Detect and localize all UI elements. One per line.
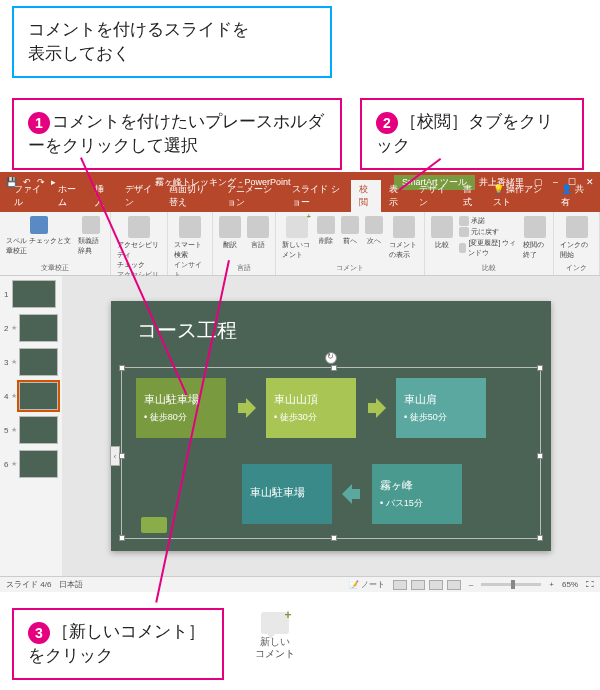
flow-row-bottom: 車山駐車場 霧ヶ峰 バス15分 bbox=[242, 464, 462, 524]
tab-design[interactable]: デザイン bbox=[117, 180, 161, 212]
reviewing-pane-button[interactable]: [変更履歴] ウィンドウ bbox=[459, 238, 516, 258]
thesaurus-icon bbox=[82, 216, 100, 234]
smart-lookup-icon bbox=[179, 216, 201, 238]
compare-button[interactable]: 比較 bbox=[431, 216, 453, 250]
resize-handle[interactable] bbox=[119, 535, 125, 541]
zoom-percent[interactable]: 65% bbox=[562, 580, 578, 589]
prev-comment-button[interactable]: 前へ bbox=[341, 216, 359, 246]
thumb-1[interactable]: 1 bbox=[4, 280, 58, 308]
resize-handle[interactable] bbox=[537, 453, 543, 459]
spelling-icon bbox=[30, 216, 48, 234]
spelling-button[interactable]: スペル チェックと文章校正 bbox=[6, 216, 72, 256]
callout-step-2: 2［校閲］タブをクリック bbox=[360, 98, 584, 170]
zoom-out-icon[interactable]: – bbox=[469, 580, 473, 589]
tab-smartart-design[interactable]: デザイン bbox=[411, 180, 455, 212]
tab-animations[interactable]: アニメーション bbox=[219, 180, 284, 212]
group-label-language: 言語 bbox=[237, 263, 251, 273]
flow-box-3[interactable]: 車山肩 徒歩50分 bbox=[396, 378, 486, 438]
flow-box-5[interactable]: 霧ヶ峰 バス15分 bbox=[372, 464, 462, 524]
compare-icon bbox=[431, 216, 453, 238]
tab-home[interactable]: ホーム bbox=[50, 180, 87, 212]
delete-comment-icon bbox=[317, 216, 335, 234]
resize-handle[interactable] bbox=[331, 535, 337, 541]
thumb-3[interactable]: 3★ bbox=[4, 348, 58, 376]
flow-box-4[interactable]: 車山駐車場 bbox=[242, 464, 332, 524]
flow-box-2-title: 車山山頂 bbox=[274, 392, 348, 407]
start-inking-button[interactable]: インクの開始 bbox=[560, 216, 593, 260]
ribbon-tabs: ファイル ホーム 挿入 デザイン 画面切り替え アニメーション スライド ショー… bbox=[0, 192, 600, 212]
thumb-img-1 bbox=[12, 280, 56, 308]
next-comment-icon bbox=[365, 216, 383, 234]
flow-box-1-sub: 徒歩80分 bbox=[144, 411, 218, 424]
group-label-compare: 比較 bbox=[482, 263, 496, 273]
zoom-slider[interactable] bbox=[481, 583, 541, 586]
language-icon bbox=[247, 216, 269, 238]
notes-toggle[interactable]: 📝 ノート bbox=[349, 579, 385, 590]
sorter-view-icon[interactable] bbox=[411, 580, 425, 590]
resize-handle[interactable] bbox=[119, 453, 125, 459]
end-review-button[interactable]: 校閲の終了 bbox=[523, 216, 548, 260]
flow-box-1-title: 車山駐車場 bbox=[144, 392, 218, 407]
delete-comment-button[interactable]: 削除 bbox=[317, 216, 335, 246]
resize-handle[interactable] bbox=[537, 365, 543, 371]
workspace: 1 2★ 3★ 4★ 5★ 6★ コース工程 ‹ bbox=[0, 276, 600, 576]
resize-handle[interactable] bbox=[119, 365, 125, 371]
next-comment-button[interactable]: 次へ bbox=[365, 216, 383, 246]
callout-step-1-text: コメントを付けたいプレースホルダーをクリックして選択 bbox=[28, 112, 324, 155]
ink-icon bbox=[566, 216, 588, 238]
accessibility-button[interactable]: アクセシビリティ チェック bbox=[117, 216, 160, 270]
flow-box-2[interactable]: 車山山頂 徒歩30分 bbox=[266, 378, 356, 438]
new-comment-icon-large: + 新しい コメント bbox=[250, 612, 300, 660]
translate-button[interactable]: 翻訳 bbox=[219, 216, 241, 250]
ribbon-group-proofing: スペル チェックと文章校正 類義語辞典 文章校正 bbox=[0, 212, 111, 275]
language-button[interactable]: 言語 bbox=[247, 216, 269, 250]
slideshow-view-icon[interactable] bbox=[447, 580, 461, 590]
comment-marker-icon[interactable] bbox=[141, 517, 167, 533]
reject-button[interactable]: 元に戻す bbox=[459, 227, 516, 237]
tab-review[interactable]: 校閲 bbox=[351, 180, 381, 212]
language-status[interactable]: 日本語 bbox=[59, 579, 83, 590]
callout-step-2-text: ［校閲］タブをクリック bbox=[376, 112, 553, 155]
callout-step-3-text: ［新しいコメント］をクリック bbox=[28, 622, 205, 665]
comment-bubble-icon: + bbox=[261, 612, 289, 634]
thumb-6[interactable]: 6★ bbox=[4, 450, 58, 478]
resize-handle[interactable] bbox=[331, 365, 337, 371]
rotate-handle-icon[interactable] bbox=[325, 352, 337, 364]
callout-step-3: 3［新しいコメント］をクリック bbox=[12, 608, 224, 680]
thumb-img-4 bbox=[19, 382, 58, 410]
view-buttons bbox=[393, 580, 461, 590]
slide-editor[interactable]: コース工程 ‹ 車山駐車場 bbox=[62, 276, 600, 576]
ribbon-group-comments: +新しいコメント 削除 前へ 次へ コメントの表示 コメント bbox=[276, 212, 425, 275]
ribbon: スペル チェックと文章校正 類義語辞典 文章校正 アクセシビリティ チェック ア… bbox=[0, 212, 600, 276]
thumb-4[interactable]: 4★ bbox=[4, 382, 58, 410]
arrow-right-icon bbox=[236, 398, 256, 418]
thumb-img-2 bbox=[19, 314, 58, 342]
fit-to-window-icon[interactable]: ⛶ bbox=[586, 580, 594, 589]
tab-file[interactable]: ファイル bbox=[6, 180, 50, 212]
tab-transitions[interactable]: 画面切り替え bbox=[161, 180, 219, 212]
resize-handle[interactable] bbox=[537, 535, 543, 541]
share-button[interactable]: 👤 共有 bbox=[553, 180, 594, 212]
tab-slideshow[interactable]: スライド ショー bbox=[284, 180, 351, 212]
new-comment-button[interactable]: +新しいコメント bbox=[282, 216, 311, 260]
slide-canvas[interactable]: コース工程 ‹ 車山駐車場 bbox=[111, 301, 551, 551]
accept-button[interactable]: 承諾 bbox=[459, 216, 516, 226]
tab-tell-me[interactable]: 💡 操作アシスト bbox=[485, 180, 554, 212]
thumb-img-6 bbox=[19, 450, 58, 478]
reading-view-icon[interactable] bbox=[429, 580, 443, 590]
flow-box-5-title: 霧ヶ峰 bbox=[380, 478, 454, 493]
new-comment-icon-label: 新しい コメント bbox=[250, 636, 300, 660]
thumb-2[interactable]: 2★ bbox=[4, 314, 58, 342]
thumb-5[interactable]: 5★ bbox=[4, 416, 58, 444]
show-comments-button[interactable]: コメントの表示 bbox=[389, 216, 418, 260]
slide-thumbnails-pane[interactable]: 1 2★ 3★ 4★ 5★ 6★ bbox=[0, 276, 62, 576]
tab-smartart-format[interactable]: 書式 bbox=[455, 180, 485, 212]
flow-box-4-title: 車山駐車場 bbox=[250, 485, 324, 500]
step-number-2: 2 bbox=[376, 112, 398, 134]
smart-lookup-button[interactable]: スマート検索 bbox=[174, 216, 207, 260]
powerpoint-window: 💾 ↶ ↷ ▸ 霧ヶ峰トレッキング - PowerPoint SmartArt … bbox=[0, 172, 600, 592]
group-label-comments: コメント bbox=[336, 263, 364, 273]
thesaurus-button[interactable]: 類義語辞典 bbox=[78, 216, 105, 256]
normal-view-icon[interactable] bbox=[393, 580, 407, 590]
zoom-in-icon[interactable]: + bbox=[549, 580, 554, 589]
